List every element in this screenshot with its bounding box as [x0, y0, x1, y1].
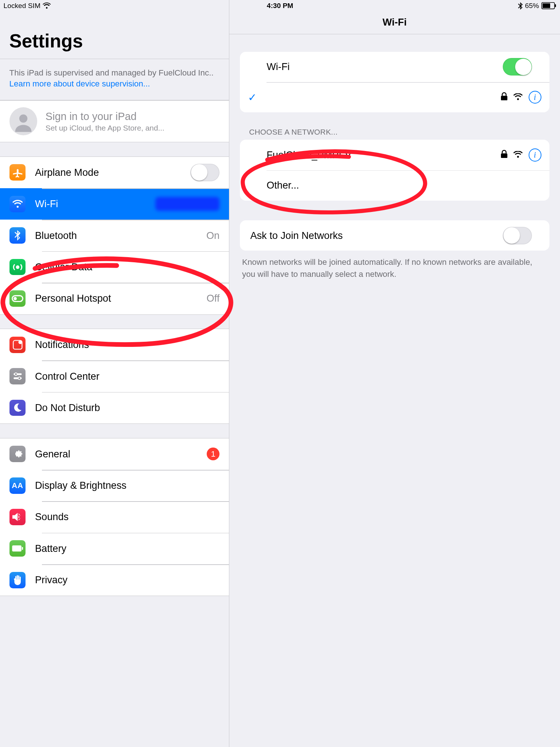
bluetooth-icon [9, 227, 26, 244]
sign-in-row[interactable]: Sign in to your iPad Set up iCloud, the … [0, 100, 229, 142]
bluetooth-icon [518, 2, 523, 10]
general-badge: 1 [207, 448, 219, 460]
sidebar-item-notifications[interactable]: Notifications [0, 329, 229, 360]
sidebar-item-airplane-mode[interactable]: Airplane Mode [0, 157, 229, 188]
svg-rect-1 [542, 4, 550, 8]
wifi-master-toggle-row: Wi-Fi [240, 52, 550, 82]
sidebar-item-label: Cellular Data [35, 261, 229, 273]
wifi-strength-icon [513, 150, 523, 160]
sidebar-item-label: Control Center [35, 371, 229, 382]
ask-join-label: Ask to Join Networks [248, 230, 503, 241]
privacy-hand-icon [9, 572, 26, 588]
status-time: 4:30 PM [267, 2, 293, 10]
svg-rect-2 [555, 4, 556, 7]
sidebar-item-dnd[interactable]: Do Not Disturb [0, 392, 229, 423]
bluetooth-value: On [206, 230, 219, 241]
current-network-row[interactable]: ✓ i [240, 82, 550, 112]
control-center-icon [9, 368, 26, 384]
notifications-icon [9, 337, 26, 353]
avatar-placeholder-icon [9, 107, 38, 135]
ask-to-join-toggle[interactable] [503, 227, 532, 244]
sidebar-item-cellular[interactable]: Cellular Data [0, 251, 229, 283]
wifi-toggle[interactable] [503, 58, 532, 76]
airplane-toggle[interactable] [190, 164, 219, 181]
lock-icon [501, 92, 508, 102]
cellular-icon [9, 259, 26, 275]
supervision-learn-more-link[interactable]: Learn more about device supervision... [9, 79, 150, 88]
sidebar-item-label: Battery [35, 543, 229, 554]
sign-in-subtitle: Set up iCloud, the App Store, and... [46, 124, 164, 132]
wifi-network-name-redacted [155, 197, 219, 211]
sidebar-item-privacy[interactable]: Privacy [0, 564, 229, 596]
choose-network-header: CHOOSE A NETWORK... [249, 128, 548, 136]
gear-icon [9, 446, 26, 462]
sidebar-item-label: Wi-Fi [35, 198, 155, 210]
info-button[interactable]: i [529, 91, 541, 104]
sidebar-item-label: Privacy [35, 574, 229, 586]
sim-status-text: Locked SIM [4, 2, 40, 10]
battery-icon [9, 540, 26, 557]
network-row-fuelcloud[interactable]: FuelCloud_PMPFV i [240, 140, 550, 170]
wifi-strength-icon [513, 92, 523, 102]
svg-point-8 [15, 373, 17, 375]
hotspot-value: Off [206, 293, 219, 304]
sidebar-item-label: Personal Hotspot [35, 293, 206, 304]
ask-to-join-row: Ask to Join Networks [240, 220, 550, 251]
sidebar-item-label: Do Not Disturb [35, 402, 229, 414]
sidebar-item-label: Airplane Mode [35, 167, 190, 178]
svg-rect-11 [22, 547, 23, 550]
sidebar-item-label: Sounds [35, 511, 229, 523]
sidebar-item-wifi[interactable]: Wi-Fi [0, 188, 229, 220]
info-button[interactable]: i [529, 148, 541, 161]
svg-rect-10 [12, 546, 22, 552]
lock-icon [501, 150, 508, 160]
checkmark-icon: ✓ [248, 91, 267, 104]
svg-rect-12 [501, 96, 508, 100]
sidebar-item-control-center[interactable]: Control Center [0, 360, 229, 392]
sidebar-item-label: General [35, 448, 207, 460]
svg-point-5 [18, 340, 22, 344]
wifi-detail-pane: Wi-Fi Wi-Fi ✓ i CHOOSE A NETWORK... Fuel… [229, 0, 560, 747]
sounds-icon [9, 509, 26, 525]
sidebar-item-hotspot[interactable]: Personal Hotspot Off [0, 283, 229, 314]
wifi-toggle-label: Wi-Fi [248, 61, 503, 73]
display-icon: AA [9, 477, 26, 494]
supervision-notice: This iPad is supervised and managed by F… [0, 59, 229, 100]
sidebar-item-sounds[interactable]: Sounds [0, 501, 229, 533]
sidebar-item-label: Bluetooth [35, 230, 206, 241]
other-network-row[interactable]: Other... [240, 170, 550, 201]
sidebar-item-display[interactable]: AA Display & Brightness [0, 470, 229, 501]
supervision-text: This iPad is supervised and managed by F… [9, 68, 214, 77]
hotspot-icon [9, 290, 26, 307]
svg-point-9 [18, 377, 20, 380]
sidebar-item-general[interactable]: General 1 [0, 438, 229, 470]
ask-join-footer: Known networks will be joined automatica… [242, 256, 547, 280]
moon-icon [9, 400, 26, 416]
battery-icon [541, 2, 557, 9]
airplane-icon [9, 164, 26, 181]
svg-point-3 [19, 114, 27, 122]
svg-rect-13 [501, 154, 508, 158]
sidebar-item-label: Display & Brightness [35, 480, 229, 491]
battery-pct: 65% [525, 2, 539, 10]
sign-in-title: Sign in to your iPad [46, 111, 164, 123]
status-bar: Locked SIM 4:30 PM 65% [0, 0, 560, 12]
wifi-icon [43, 3, 51, 9]
sidebar-item-label: Notifications [35, 339, 229, 351]
settings-sidebar: Settings This iPad is supervised and man… [0, 0, 229, 747]
wifi-icon [9, 196, 26, 212]
network-name: FuelCloud_PMPFV [248, 149, 501, 161]
sidebar-item-battery[interactable]: Battery [0, 533, 229, 564]
sidebar-item-bluetooth[interactable]: Bluetooth On [0, 220, 229, 251]
other-label: Other... [248, 179, 541, 191]
